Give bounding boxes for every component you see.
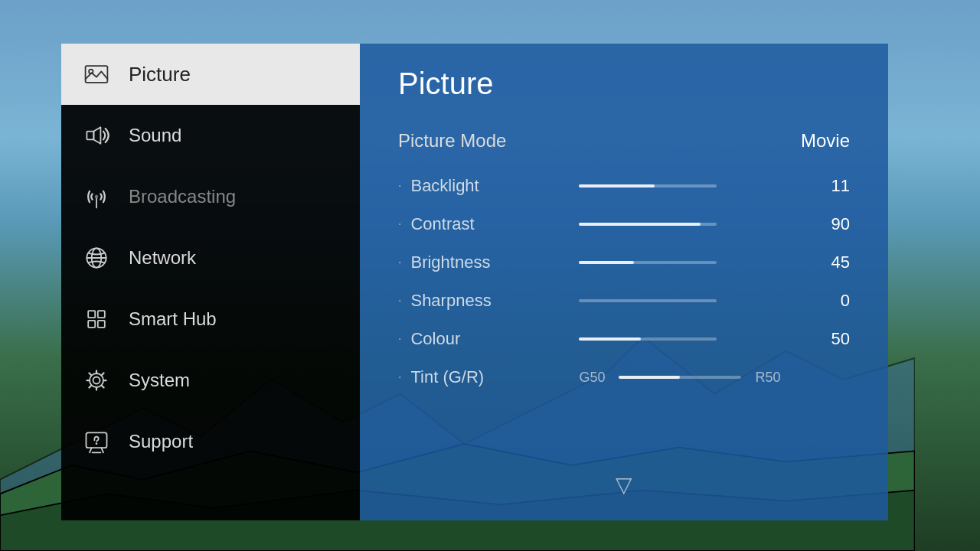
picture-mode-row[interactable]: Picture Mode Movie	[398, 122, 850, 167]
svg-point-18	[96, 442, 98, 445]
brightness-label: Brightness	[410, 253, 564, 272]
picture-mode-value: Movie	[801, 130, 850, 152]
svg-point-7	[95, 195, 99, 199]
svg-rect-12	[98, 311, 105, 318]
colour-value: 50	[819, 329, 850, 349]
support-icon	[80, 425, 113, 458]
colour-fill	[579, 337, 641, 341]
main-content: Picture Picture Mode Movie · Backlight 1…	[360, 44, 888, 520]
colour-label: Colour	[410, 329, 564, 349]
contrast-label: Contrast	[410, 214, 564, 234]
broadcasting-icon	[80, 180, 113, 214]
sidebar-item-picture[interactable]: Picture	[61, 44, 360, 105]
sharpness-label: Sharpness	[410, 291, 564, 311]
sidebar-item-broadcasting[interactable]: Broadcasting	[61, 166, 360, 227]
svg-point-16	[90, 373, 103, 387]
sidebar-item-network[interactable]: Network	[61, 227, 360, 289]
backlight-fill	[579, 184, 655, 187]
scroll-down-indicator: ▽	[398, 465, 850, 497]
brightness-value: 45	[819, 253, 850, 272]
sidebar-item-sound-label: Sound	[129, 125, 181, 146]
picture-icon	[80, 57, 113, 91]
tint-track	[619, 376, 741, 379]
backlight-label: Backlight	[410, 176, 564, 196]
colour-slider[interactable]	[579, 337, 804, 341]
backlight-track	[579, 184, 717, 187]
bullet: ·	[398, 179, 401, 193]
svg-rect-13	[88, 321, 95, 328]
brightness-fill	[579, 261, 634, 264]
smarthub-icon	[80, 302, 113, 336]
svg-rect-14	[98, 321, 105, 328]
contrast-value: 90	[819, 214, 850, 234]
sound-icon	[80, 119, 113, 152]
contrast-fill	[579, 223, 700, 226]
sidebar-item-system[interactable]: System	[61, 350, 360, 411]
sidebar: Picture Sound	[61, 44, 360, 520]
settings-list: Picture Mode Movie · Backlight 11 · Cont…	[398, 122, 850, 396]
tint-row[interactable]: · Tint (G/R) G50 R50	[398, 358, 850, 396]
brightness-slider[interactable]	[579, 261, 804, 264]
sidebar-item-network-label: Network	[129, 247, 196, 269]
sharpness-track	[579, 299, 717, 302]
backlight-row[interactable]: · Backlight 11	[398, 167, 850, 205]
colour-row[interactable]: · Colour 50	[398, 320, 850, 358]
tv-ui: Picture Sound	[61, 44, 888, 520]
sidebar-item-support-label: Support	[129, 431, 193, 452]
brightness-track	[579, 261, 717, 264]
contrast-track	[579, 223, 717, 226]
bullet: ·	[398, 294, 401, 308]
chevron-down-icon: ▽	[616, 472, 632, 497]
svg-rect-11	[88, 311, 95, 318]
bullet: ·	[398, 217, 401, 231]
system-icon	[80, 364, 113, 397]
page-title: Picture	[398, 67, 850, 101]
sidebar-item-sound[interactable]: Sound	[61, 105, 360, 166]
backlight-value: 11	[819, 176, 850, 196]
tint-r50-label: R50	[755, 370, 780, 386]
network-icon	[80, 241, 113, 275]
sidebar-item-broadcasting-label: Broadcasting	[129, 186, 236, 207]
backlight-slider[interactable]	[579, 184, 804, 187]
sidebar-item-system-label: System	[129, 370, 190, 391]
svg-rect-5	[87, 132, 93, 140]
sidebar-item-smarthub-label: Smart Hub	[129, 308, 217, 330]
svg-rect-17	[87, 432, 107, 448]
contrast-row[interactable]: · Contrast 90	[398, 205, 850, 243]
sidebar-item-smart-hub[interactable]: Smart Hub	[61, 289, 360, 350]
sharpness-value: 0	[819, 291, 850, 311]
sharpness-row[interactable]: · Sharpness 0	[398, 282, 850, 320]
contrast-slider[interactable]	[579, 223, 804, 226]
sharpness-slider[interactable]	[579, 299, 804, 302]
svg-point-4	[89, 70, 93, 73]
brightness-row[interactable]: · Brightness 45	[398, 243, 850, 282]
tint-g50-label: G50	[579, 370, 605, 386]
sidebar-item-support[interactable]: Support	[61, 411, 360, 472]
sidebar-item-picture-label: Picture	[129, 63, 191, 86]
bullet: ·	[398, 332, 401, 346]
svg-point-15	[93, 377, 100, 384]
tint-label: Tint (G/R)	[410, 367, 564, 387]
tint-fill	[619, 376, 680, 379]
tint-slider[interactable]: G50 R50	[579, 370, 835, 386]
bullet: ·	[398, 370, 401, 384]
picture-mode-label: Picture Mode	[398, 130, 506, 152]
colour-track	[579, 337, 717, 341]
bullet: ·	[398, 256, 401, 269]
